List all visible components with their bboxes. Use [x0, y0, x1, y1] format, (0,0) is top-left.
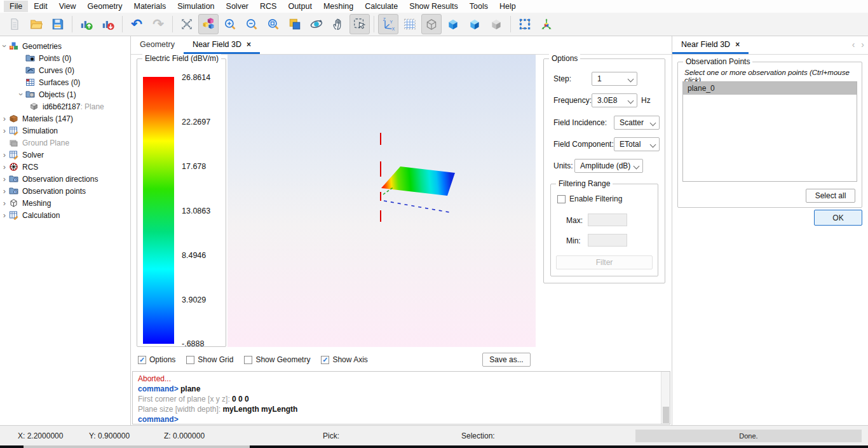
collapse-chevron-icon[interactable]: › [0, 114, 9, 123]
tab-near-field-3d-right[interactable]: Near Field 3D× [672, 36, 749, 54]
tree-item-geometries[interactable]: › Geometries [0, 40, 130, 52]
tree-item-curves[interactable]: › Curves (0) [17, 64, 130, 76]
fit-view-button[interactable] [177, 14, 197, 34]
tab-nav: ‹ › [852, 36, 864, 52]
collapse-chevron-icon[interactable]: › [0, 174, 9, 184]
bring-to-front-button[interactable] [285, 14, 305, 34]
redo-button[interactable]: ↷ [148, 14, 168, 34]
tree-item-materials[interactable]: › Materials (147) [0, 112, 130, 125]
menu-rcs[interactable]: RCS [254, 1, 282, 12]
select-button[interactable] [349, 14, 370, 34]
export-button[interactable] [98, 14, 118, 34]
hidden-line-view-button[interactable] [486, 14, 506, 34]
tree-item-surfaces[interactable]: › Surfaces (0) [17, 76, 130, 88]
selection-handles-button[interactable] [515, 14, 535, 34]
menu-output[interactable]: Output [282, 1, 318, 12]
zoom-in-button[interactable] [220, 14, 240, 34]
open-button[interactable] [26, 14, 46, 34]
tab-nav-next-icon[interactable]: › [861, 39, 864, 50]
menu-show-results[interactable]: Show Results [403, 1, 463, 12]
observation-points-list[interactable]: plane_0 [682, 81, 857, 182]
units-select[interactable]: Amplitude (dB) [574, 159, 643, 173]
field-component-select[interactable]: ETotal [614, 137, 660, 151]
pan-button[interactable] [328, 14, 348, 34]
options-checkbox[interactable]: ✓ [138, 356, 146, 364]
tab-near-field-3d[interactable]: Near Field 3D× [184, 36, 260, 54]
tree-item-calculation[interactable]: › Calculation [0, 209, 130, 221]
close-tab-icon[interactable]: × [247, 40, 251, 49]
tree-item-simulation[interactable]: › Simulation [0, 125, 130, 137]
menu-tools[interactable]: Tools [464, 1, 494, 12]
viewport-3d[interactable] [227, 55, 536, 347]
collapse-chevron-icon[interactable]: › [0, 162, 9, 172]
save-as-button[interactable]: Save as... [482, 353, 531, 367]
menu-calculate[interactable]: Calculate [359, 1, 403, 12]
undo-button[interactable]: ↶ [126, 14, 147, 34]
menu-file[interactable]: File [4, 1, 28, 12]
tree-item-object-plane[interactable]: id6b62f187 : Plane [29, 100, 130, 112]
select-all-button[interactable]: Select all [806, 189, 855, 203]
wireframe-view-button[interactable] [421, 14, 442, 34]
tree-item-solver[interactable]: › Solver [0, 149, 130, 161]
collapse-chevron-icon[interactable]: › [0, 186, 9, 196]
solid-view-button[interactable] [443, 14, 463, 34]
menu-edit[interactable]: Edit [28, 1, 53, 12]
shaded-view-button[interactable] [465, 14, 485, 34]
console-scrollbar-thumb[interactable] [663, 407, 669, 423]
tab-nav-prev-icon[interactable]: ‹ [852, 39, 855, 50]
close-tab-icon[interactable]: × [735, 40, 740, 49]
menu-help[interactable]: Help [494, 1, 522, 12]
options-checkbox-item[interactable]: ✓Options [138, 355, 175, 364]
show-grid-checkbox[interactable] [186, 356, 194, 364]
max-label: Max: [566, 216, 583, 225]
tree-item-ground-plane[interactable]: › Ground Plane [0, 137, 130, 149]
tree-item-objects[interactable]: › Objects (1) [17, 88, 130, 100]
field-incidence-select[interactable]: Scatter [614, 116, 660, 130]
save-button[interactable] [48, 14, 68, 34]
show-geometry-checkbox[interactable] [244, 356, 252, 364]
list-item-plane-0[interactable]: plane_0 [683, 82, 857, 95]
zoom-window-button[interactable] [263, 14, 283, 34]
collapse-chevron-icon[interactable]: › [0, 210, 9, 220]
filter-button[interactable]: Filter [556, 255, 653, 269]
tree-item-meshing[interactable]: › Meshing [0, 197, 130, 209]
expand-chevron-icon[interactable]: › [17, 90, 26, 99]
menu-meshing[interactable]: Meshing [318, 1, 359, 12]
console-scrollbar[interactable] [661, 372, 670, 424]
zoom-out-button[interactable] [241, 14, 262, 34]
command-console[interactable]: Aborted... command> plane First corner o… [132, 371, 670, 424]
show-axis-checkbox[interactable]: ✓ [321, 356, 329, 364]
show-axes-button[interactable]: ZYX [378, 14, 398, 34]
enable-filtering-checkbox[interactable] [557, 195, 566, 203]
view-3d-button[interactable] [198, 14, 219, 34]
show-grid-checkbox-item[interactable]: Show Grid [186, 355, 233, 364]
tree-item-rcs[interactable]: › RCS [0, 161, 130, 173]
tab-geometry[interactable]: Geometry [131, 36, 184, 54]
min-input[interactable] [588, 234, 627, 247]
collapse-chevron-icon[interactable]: › [0, 150, 9, 160]
step-select[interactable]: 1 [592, 72, 637, 86]
tree-item-points[interactable]: › Points (0) [17, 52, 130, 64]
max-input[interactable] [588, 214, 627, 226]
menu-view[interactable]: View [53, 1, 82, 12]
new-file-button[interactable] [4, 14, 25, 34]
progress-bar: Done. [635, 430, 862, 442]
collapse-chevron-icon[interactable]: › [0, 126, 9, 135]
frequency-select[interactable]: 3.0E8 [592, 93, 637, 107]
tree-item-observation-points[interactable]: › Observation points [0, 185, 130, 197]
orbit-rotate-button[interactable] [306, 14, 327, 34]
expand-chevron-icon[interactable]: › [0, 42, 10, 51]
menu-simulation[interactable]: Simulation [172, 1, 220, 12]
collapse-chevron-icon[interactable]: › [0, 198, 9, 208]
show-geometry-checkbox-item[interactable]: Show Geometry [244, 355, 310, 364]
ok-button[interactable]: OK [814, 210, 862, 226]
show-grid-button[interactable] [400, 14, 420, 34]
menu-solver[interactable]: Solver [220, 1, 254, 12]
console-prompt-line[interactable]: command> [138, 414, 665, 424]
menu-geometry[interactable]: Geometry [82, 1, 128, 12]
tree-item-observation-directions[interactable]: › Observation directions [0, 173, 130, 185]
import-button[interactable] [76, 14, 97, 34]
menu-materials[interactable]: Materials [128, 1, 172, 12]
move-axes-button[interactable] [536, 14, 557, 34]
show-axis-checkbox-item[interactable]: ✓Show Axis [321, 355, 367, 364]
